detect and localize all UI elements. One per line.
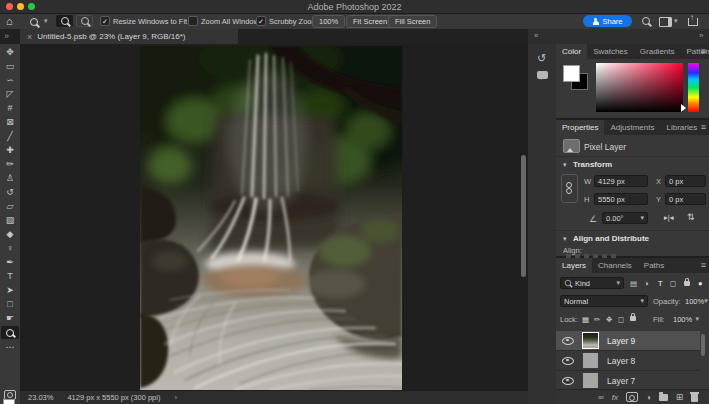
healing-brush-tool[interactable]: ✚ — [0, 144, 20, 157]
filter-adjustment-icon[interactable]: ◑ — [644, 279, 649, 288]
filter-pin-icon[interactable]: ● — [698, 279, 703, 288]
panel-menu-icon[interactable]: ≡ — [701, 120, 706, 135]
canvas-area[interactable] — [20, 44, 528, 390]
fill-screen-button[interactable]: Fill Screen — [388, 15, 437, 28]
tool-preset-dropdown-icon[interactable]: ▾ — [44, 17, 48, 25]
align-collapse-icon[interactable]: ▾ — [563, 235, 567, 243]
filter-type-icon[interactable]: T — [658, 279, 663, 288]
width-field[interactable]: 4129 px — [594, 175, 648, 187]
history-icon[interactable]: ↺ — [537, 52, 546, 65]
tab-layers[interactable]: Layers — [556, 258, 592, 273]
link-layers-icon[interactable]: ∞ — [598, 393, 604, 402]
constrain-proportions-button[interactable] — [561, 174, 578, 203]
flip-vertical-icon[interactable]: ⇅ — [687, 212, 695, 222]
fit-screen-button[interactable]: Fit Screen — [346, 15, 394, 28]
lock-transparency-icon[interactable]: ▦ — [582, 315, 589, 324]
edit-toolbar-icon[interactable]: ⋯ — [0, 341, 20, 354]
scrubby-zoom-checkbox[interactable]: ✓ Scrubby Zoom — [256, 16, 318, 26]
layer-filter-dropdown[interactable]: Kind▾ — [560, 277, 624, 289]
history-brush-tool[interactable]: ↺ — [0, 186, 20, 199]
adjustment-layer-icon[interactable]: ◑ — [646, 393, 651, 402]
panel-menu-icon[interactable]: ≡ — [701, 44, 706, 59]
blend-mode-dropdown[interactable]: Normal▾ — [560, 295, 648, 307]
tab-swatches[interactable]: Swatches — [587, 44, 634, 59]
frame-tool[interactable]: ⊠ — [0, 116, 20, 129]
workspace-dropdown-icon[interactable]: ▾ — [674, 17, 678, 25]
add-mask-icon[interactable] — [626, 392, 638, 402]
tab-gradients[interactable]: Gradients — [634, 44, 681, 59]
layer-effects-icon[interactable]: fx — [612, 393, 618, 402]
hand-tool[interactable]: ☛ — [0, 312, 20, 325]
new-layer-icon[interactable]: ⊞ — [676, 392, 684, 402]
filter-smart-object-icon[interactable] — [684, 278, 690, 288]
share-button[interactable]: Share — [583, 15, 632, 27]
filter-pixel-icon[interactable]: ▤ — [630, 279, 637, 288]
layer-thumbnail[interactable] — [582, 352, 599, 369]
layer-row[interactable]: Layer 9 — [556, 331, 700, 351]
fill-field[interactable]: 100%▾ — [670, 313, 702, 325]
expand-dock-icon[interactable]: » — [699, 31, 703, 40]
tab-adjustments[interactable]: Adjustments — [604, 120, 660, 135]
layers-scrollbar[interactable] — [701, 334, 705, 356]
document-tab[interactable]: × Untitled-5.psb @ 23% (Layer 9, RGB/16*… — [20, 29, 238, 44]
filter-shape-icon[interactable]: ◻ — [670, 279, 676, 288]
layer-thumbnail[interactable] — [582, 332, 599, 349]
layer-thumbnail[interactable] — [582, 372, 599, 389]
close-tab-icon[interactable]: × — [27, 32, 32, 42]
clone-stamp-tool[interactable]: ♙ — [0, 172, 20, 185]
lock-all-icon[interactable] — [630, 313, 636, 323]
blur-tool[interactable]: ◆ — [0, 228, 20, 241]
delete-layer-icon[interactable] — [691, 394, 698, 402]
brush-tool[interactable]: ✏ — [0, 158, 20, 171]
eraser-tool[interactable]: ▱ — [0, 200, 20, 213]
toolbar-overflow-icon[interactable]: » — [4, 31, 9, 41]
tab-properties[interactable]: Properties — [556, 120, 604, 135]
new-group-icon[interactable] — [659, 394, 668, 401]
color-field[interactable] — [596, 63, 683, 112]
zoom-out-button[interactable] — [76, 15, 93, 27]
rectangle-tool[interactable]: □ — [0, 298, 20, 311]
pen-tool[interactable]: ✒ — [0, 256, 20, 269]
comments-icon[interactable] — [537, 71, 548, 79]
x-field[interactable]: 0 px — [665, 175, 706, 187]
opacity-field[interactable]: 100%▾ — [682, 295, 707, 307]
resize-windows-checkbox[interactable]: ✓ Resize Windows to Fit — [100, 16, 187, 26]
layer-row[interactable]: Layer 7 — [556, 371, 700, 391]
collapse-dock-icon[interactable]: « — [534, 31, 538, 40]
panel-menu-icon[interactable]: ≡ — [701, 258, 706, 273]
lock-artboard-icon[interactable]: ◻ — [618, 315, 624, 324]
layer-row[interactable]: Layer 8 — [556, 351, 700, 371]
transform-collapse-icon[interactable]: ▾ — [563, 161, 567, 169]
zoom-percentage[interactable]: 23.03% — [28, 393, 53, 402]
zoom-in-button[interactable] — [56, 15, 73, 27]
dropdown-icon[interactable]: ▾ — [640, 214, 644, 222]
hue-slider[interactable] — [688, 63, 699, 112]
zoom-tool[interactable] — [1, 326, 19, 339]
home-icon[interactable]: ⌂ — [6, 15, 13, 27]
foreground-color-swatch[interactable] — [563, 65, 580, 82]
dodge-tool[interactable]: ♀ — [0, 242, 20, 255]
tab-channels[interactable]: Channels — [592, 258, 638, 273]
path-selection-tool[interactable]: ➤ — [0, 284, 20, 297]
height-field[interactable]: 5550 px — [594, 193, 648, 205]
export-icon[interactable] — [688, 18, 698, 28]
gradient-tool[interactable]: ▧ — [0, 214, 20, 227]
tab-color[interactable]: Color — [556, 44, 587, 59]
status-chevron-icon[interactable]: › — [174, 393, 177, 402]
lock-pixels-icon[interactable]: ✏ — [594, 315, 600, 324]
object-selection-tool[interactable]: ◸ — [0, 88, 20, 101]
foreground-color-swatch[interactable] — [3, 399, 15, 404]
lasso-tool[interactable]: ∽ — [0, 74, 20, 87]
lock-position-icon[interactable]: ✥ — [606, 315, 612, 324]
zoom-level-button[interactable]: 100% — [312, 15, 345, 28]
marquee-tool[interactable]: ▭ — [0, 60, 20, 73]
tab-paths[interactable]: Paths — [638, 258, 670, 273]
zoom-all-windows-checkbox[interactable]: Zoom All Windows — [188, 16, 263, 26]
visibility-eye-icon[interactable] — [562, 337, 574, 345]
flip-horizontal-icon[interactable]: ▸|◂ — [664, 213, 673, 222]
y-field[interactable]: 0 px — [665, 193, 706, 205]
visibility-eye-icon[interactable] — [562, 357, 574, 365]
visibility-eye-icon[interactable] — [562, 377, 574, 385]
rotation-field[interactable]: 0.00°▾ — [602, 212, 648, 224]
eyedropper-tool[interactable]: ╱ — [0, 130, 20, 143]
